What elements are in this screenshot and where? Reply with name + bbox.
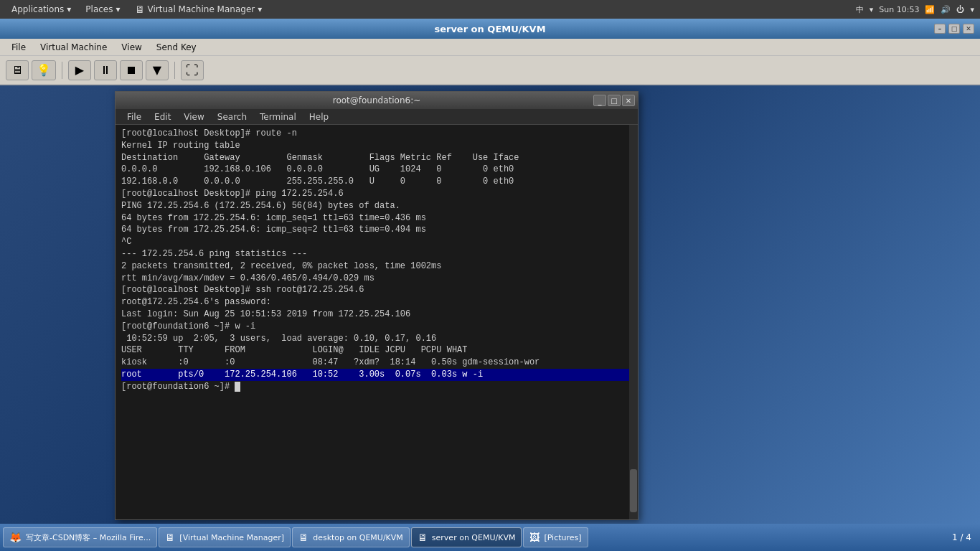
firefox-task[interactable]: 🦊 写文章-CSDN博客 – Mozilla Fire... xyxy=(3,527,157,547)
terminal-line-3: 0.0.0.0 192.168.0.106 0.0.0.0 UG 1024 0 … xyxy=(121,164,632,176)
terminal-line-12: rtt min/avg/max/mdev = 0.436/0.465/0.494… xyxy=(121,273,632,285)
power-arrow: ▾ xyxy=(970,5,974,14)
vm-manager-arrow: ▾ xyxy=(258,4,262,14)
input-method[interactable]: 中 xyxy=(856,4,864,15)
virt-manager-task[interactable]: 🖥 [Virtual Machine Manager] xyxy=(159,527,291,547)
vm-menu-file[interactable]: File xyxy=(6,41,32,54)
desktop-vm-icon: 🖥 xyxy=(298,532,308,543)
toolbar-sep-2 xyxy=(174,62,175,79)
terminal-maximize-btn[interactable]: □ xyxy=(608,95,621,106)
taskbar-page: 1 / 4 xyxy=(946,532,977,542)
terminal-line-16: [root@foundation6 ~]# w -i xyxy=(121,321,632,333)
pictures-icon: 🖼 xyxy=(529,532,540,543)
power-icon[interactable]: ⏻ xyxy=(956,5,964,14)
server-vm-icon: 🖥 xyxy=(418,532,428,543)
run-btn[interactable]: ▶ xyxy=(68,60,91,80)
input-method-arrow: ▾ xyxy=(870,5,874,14)
terminal-line-0: [root@localhost Desktop]# route -n xyxy=(121,128,632,140)
pause-btn[interactable]: ⏸ xyxy=(94,60,117,80)
firefox-icon: 🦊 xyxy=(9,532,22,543)
vm-menu-virtual-machine[interactable]: Virtual Machine xyxy=(34,41,113,54)
volume-icon: 🔊 xyxy=(941,5,951,14)
term-menu-terminal[interactable]: Terminal xyxy=(254,110,302,123)
vm-menu-view[interactable]: View xyxy=(116,41,147,54)
vm-menubar: File Virtual Machine View Send Key xyxy=(0,39,980,56)
desktop-vm-task[interactable]: 🖥 desktop on QEMU/KVM xyxy=(292,527,410,547)
terminal-lines: [root@localhost Desktop]# route -nKernel… xyxy=(121,128,632,393)
vm-minimize-btn[interactable]: – xyxy=(934,24,946,34)
dropdown-btn[interactable]: ▼ xyxy=(146,60,169,80)
applications-menu[interactable]: Applications ▾ xyxy=(6,3,77,16)
terminal-line-8: 64 bytes from 172.25.254.6: icmp_seq=2 t… xyxy=(121,224,632,236)
terminal-titlebar: root@foundation6:~ _ □ ✕ xyxy=(116,92,638,109)
pictures-label: [Pictures] xyxy=(544,533,581,542)
clock: Sun 10:53 xyxy=(879,5,919,14)
terminal-content[interactable]: [root@localhost Desktop]# route -nKernel… xyxy=(116,125,638,519)
terminal-window: root@foundation6:~ _ □ ✕ File Edit View … xyxy=(115,91,639,520)
vm-window-title: server on QEMU/KVM xyxy=(434,24,545,34)
vm-maximize-btn[interactable]: □ xyxy=(948,24,960,34)
places-menu[interactable]: Places ▾ xyxy=(80,3,126,16)
term-menu-file[interactable]: File xyxy=(121,110,147,123)
terminal-line-14: root@172.25.254.6's password: xyxy=(121,296,632,309)
vm-window-controls: – □ ✕ xyxy=(934,24,974,34)
terminal-line-18: USER TTY FROM LOGIN@ IDLE JCPU PCPU WHAT xyxy=(121,344,632,357)
desktop-vm-label: desktop on QEMU/KVM xyxy=(313,533,403,542)
virt-manager-label: [Virtual Machine Manager] xyxy=(179,533,284,542)
applications-label: Applications xyxy=(11,4,64,14)
vm-toolbar: 🖥 💡 ▶ ⏸ ⏹ ▼ ⛶ xyxy=(0,56,980,85)
server-vm-task[interactable]: 🖥 server on QEMU/KVM xyxy=(411,527,522,547)
scroll-thumb[interactable] xyxy=(630,469,637,512)
term-menu-help[interactable]: Help xyxy=(303,110,334,123)
vm-icon: 🖥 xyxy=(135,4,145,15)
places-label: Places xyxy=(85,4,113,14)
terminal-line-13: [root@localhost Desktop]# ssh root@172.2… xyxy=(121,284,632,296)
terminal-line-19: kiosk :0 :0 08:47 ?xdm? 18:14 0.50s gdm-… xyxy=(121,357,632,369)
wifi-icon: 📶 xyxy=(925,5,935,14)
light-btn[interactable]: 💡 xyxy=(32,60,56,80)
terminal-menubar: File Edit View Search Terminal Help xyxy=(116,109,638,125)
places-arrow: ▾ xyxy=(116,4,121,14)
terminal-title: root@foundation6:~ xyxy=(333,95,421,105)
terminal-line-9: ^C xyxy=(121,236,632,248)
terminal-line-17: 10:52:59 up 2:05, 3 users, load average:… xyxy=(121,333,632,345)
display-btn[interactable]: 🖥 xyxy=(6,60,29,80)
terminal-line-6: PING 172.25.254.6 (172.25.254.6) 56(84) … xyxy=(121,200,632,212)
vm-manager-label: Virtual Machine Manager xyxy=(148,4,255,14)
term-menu-search[interactable]: Search xyxy=(212,110,253,123)
virt-manager-icon: 🖥 xyxy=(165,532,175,543)
vm-menu-send-key[interactable]: Send Key xyxy=(151,41,202,54)
terminal-cursor xyxy=(235,382,240,392)
term-menu-view[interactable]: View xyxy=(178,110,209,123)
desktop: home Trash root@foundation6:~ xyxy=(0,85,980,524)
system-bar-left: Applications ▾ Places ▾ 🖥 Virtual Machin… xyxy=(6,2,268,17)
terminal-scrollbar[interactable] xyxy=(629,125,638,519)
terminal-line-2: Destination Gateway Genmask Flags Metric… xyxy=(121,152,632,164)
terminal-line-10: --- 172.25.254.6 ping statistics --- xyxy=(121,248,632,260)
system-bar-right: 中 ▾ Sun 10:53 📶 🔊 ⏻ ▾ xyxy=(856,4,974,15)
vm-close-btn[interactable]: ✕ xyxy=(963,24,974,34)
terminal-line-5: [root@localhost Desktop]# ping 172.25.25… xyxy=(121,188,632,200)
vm-titlebar: server on QEMU/KVM – □ ✕ xyxy=(0,19,980,39)
toolbar-sep-1 xyxy=(62,62,62,79)
terminal-line-11: 2 packets transmitted, 2 received, 0% pa… xyxy=(121,260,632,273)
term-menu-edit[interactable]: Edit xyxy=(149,110,176,123)
terminal-line-15: Last login: Sun Aug 25 10:51:53 2019 fro… xyxy=(121,309,632,321)
firefox-label: 写文章-CSDN博客 – Mozilla Fire... xyxy=(26,532,151,543)
terminal-close-btn[interactable]: ✕ xyxy=(622,95,635,106)
terminal-line-4: 192.168.0.0 0.0.0.0 255.255.255.0 U 0 0 … xyxy=(121,176,632,188)
system-bar: Applications ▾ Places ▾ 🖥 Virtual Machin… xyxy=(0,0,980,19)
pictures-task[interactable]: 🖼 [Pictures] xyxy=(523,527,588,547)
stop-btn[interactable]: ⏹ xyxy=(120,60,143,80)
taskbar: 🦊 写文章-CSDN博客 – Mozilla Fire... 🖥 [Virtua… xyxy=(0,524,980,551)
terminal-minimize-btn[interactable]: _ xyxy=(593,95,606,106)
vm-manager-menu[interactable]: 🖥 Virtual Machine Manager ▾ xyxy=(129,2,268,17)
fullscreen-btn[interactable]: ⛶ xyxy=(181,60,204,80)
terminal-line-20: root pts/0 172.25.254.106 10:52 3.00s 0.… xyxy=(121,369,632,381)
terminal-line-21: [root@foundation6 ~]# xyxy=(121,381,632,393)
terminal-controls: _ □ ✕ xyxy=(593,95,635,106)
applications-arrow: ▾ xyxy=(67,4,71,14)
server-vm-label: server on QEMU/KVM xyxy=(432,533,516,542)
vm-manager-window: server on QEMU/KVM – □ ✕ File Virtual Ma… xyxy=(0,19,980,85)
terminal-line-7: 64 bytes from 172.25.254.6: icmp_seq=1 t… xyxy=(121,212,632,225)
